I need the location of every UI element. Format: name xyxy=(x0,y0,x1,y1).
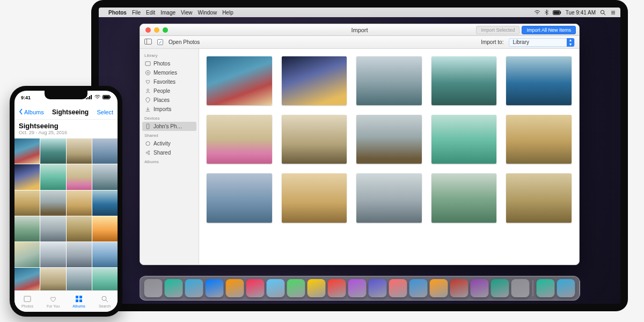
minimize-button[interactable] xyxy=(154,27,159,33)
import-thumbnail[interactable] xyxy=(431,115,497,164)
photo-thumbnail[interactable] xyxy=(14,191,40,216)
wifi-icon[interactable] xyxy=(534,10,540,15)
import-thumbnail[interactable] xyxy=(431,173,497,222)
tab-albums[interactable]: Albums xyxy=(66,291,92,312)
photo-thumbnail[interactable] xyxy=(92,138,118,164)
import-thumbnail[interactable] xyxy=(282,115,347,164)
dock-item[interactable] xyxy=(491,279,509,297)
bluetooth-icon[interactable] xyxy=(545,10,548,15)
photo-thumbnail[interactable] xyxy=(67,268,92,290)
dock-item[interactable] xyxy=(537,279,555,297)
sidebar-item-activity[interactable]: Activity xyxy=(140,139,199,148)
tab-for-you[interactable]: For You xyxy=(40,291,66,312)
sidebar-item-photos[interactable]: Photos xyxy=(140,59,199,68)
dock-item[interactable] xyxy=(409,279,428,297)
photo-thumbnail[interactable] xyxy=(92,242,118,267)
dock-item[interactable] xyxy=(308,279,326,297)
photo-thumbnail[interactable] xyxy=(92,191,118,216)
sidebar-item-favorites[interactable]: Favorites xyxy=(140,77,199,86)
sidebar-item-device[interactable]: John's Ph… xyxy=(142,122,196,131)
menubar-item-window[interactable]: Window xyxy=(198,10,217,16)
dock-item[interactable] xyxy=(206,279,224,297)
notifications-icon[interactable] xyxy=(610,10,616,16)
photo-thumbnail[interactable] xyxy=(67,164,92,189)
photo-thumbnail[interactable] xyxy=(14,242,40,267)
menubar-app-name[interactable]: Photos xyxy=(108,10,127,16)
spotlight-icon[interactable] xyxy=(600,10,606,16)
import-destination-select[interactable]: Library ▲▼ xyxy=(509,38,575,47)
dock-item[interactable] xyxy=(450,279,469,297)
photo-thumbnail[interactable] xyxy=(40,164,65,189)
import-thumbnail[interactable] xyxy=(282,56,347,105)
photo-thumbnail[interactable] xyxy=(14,268,40,290)
sidebar-item-places[interactable]: Places xyxy=(140,96,199,105)
dock-item[interactable] xyxy=(471,279,489,297)
zoom-button[interactable] xyxy=(163,27,168,33)
photo-thumbnail[interactable] xyxy=(40,268,65,290)
tab-photos[interactable]: Photos xyxy=(14,291,40,312)
iphone-photo-grid[interactable] xyxy=(14,138,118,290)
import-thumbnail[interactable] xyxy=(506,173,572,222)
dock-item[interactable] xyxy=(226,279,244,297)
window-titlebar[interactable]: Import Import Selected Import All New It… xyxy=(140,24,579,36)
import-thumbnail[interactable] xyxy=(506,115,572,164)
import-all-button[interactable]: Import All New Items xyxy=(522,26,576,34)
import-thumbnail[interactable] xyxy=(207,115,272,164)
photo-thumbnail[interactable] xyxy=(14,138,40,164)
photo-thumbnail[interactable] xyxy=(92,216,118,241)
photo-thumbnail[interactable] xyxy=(14,164,40,189)
photo-thumbnail[interactable] xyxy=(40,138,65,164)
menubar-item-image[interactable]: Image xyxy=(160,10,175,16)
menubar-item-file[interactable]: File xyxy=(132,10,141,16)
photo-thumbnail[interactable] xyxy=(40,191,65,216)
photo-thumbnail[interactable] xyxy=(67,242,92,267)
dock-item[interactable] xyxy=(287,279,305,297)
battery-icon[interactable] xyxy=(553,10,561,15)
sidebar-toggle-icon[interactable] xyxy=(144,39,152,46)
dock-item[interactable] xyxy=(557,279,575,297)
photo-thumbnail[interactable] xyxy=(92,164,118,189)
photo-thumbnail[interactable] xyxy=(40,242,65,267)
back-button[interactable]: Albums xyxy=(19,108,44,116)
import-thumbnail[interactable] xyxy=(506,56,572,105)
sidebar-item-imports[interactable]: Imports xyxy=(140,105,199,114)
dock-item[interactable] xyxy=(246,279,265,297)
close-button[interactable] xyxy=(145,27,151,33)
dock-item[interactable] xyxy=(144,279,163,297)
open-photos-checkbox[interactable] xyxy=(157,39,163,45)
select-button[interactable]: Select xyxy=(97,109,113,115)
import-thumbnail[interactable] xyxy=(207,56,272,105)
photo-thumbnail[interactable] xyxy=(67,191,92,216)
dock-item[interactable] xyxy=(328,279,346,297)
photo-thumbnail[interactable] xyxy=(67,138,92,164)
import-thumbnail[interactable] xyxy=(431,56,497,105)
dock-item[interactable] xyxy=(430,279,448,297)
import-selected-button[interactable]: Import Selected xyxy=(476,26,519,34)
import-thumbnail[interactable] xyxy=(356,56,422,105)
menubar-clock[interactable]: Tue 9:41 AM xyxy=(566,10,596,16)
sidebar-item-shared[interactable]: Shared xyxy=(140,148,199,157)
menubar-item-edit[interactable]: Edit xyxy=(146,10,155,16)
import-thumbnail[interactable] xyxy=(282,173,347,222)
photo-thumbnail[interactable] xyxy=(14,216,40,241)
import-thumbnail[interactable] xyxy=(356,115,422,164)
dock-item[interactable] xyxy=(369,279,387,297)
photo-thumbnail[interactable] xyxy=(40,216,65,241)
dock-item[interactable] xyxy=(267,279,285,297)
dock-item[interactable] xyxy=(511,279,530,297)
dock-item[interactable] xyxy=(348,279,367,297)
sidebar-item-people[interactable]: People xyxy=(140,86,199,96)
photo-thumbnail[interactable] xyxy=(67,216,92,241)
memories-icon xyxy=(144,70,151,76)
dock-item[interactable] xyxy=(389,279,407,297)
photo-thumbnail[interactable] xyxy=(92,268,118,290)
import-thumbnail[interactable] xyxy=(207,173,272,222)
dock-item[interactable] xyxy=(165,279,183,297)
tab-search[interactable]: Search xyxy=(92,291,118,312)
sidebar-item-memories[interactable]: Memories xyxy=(140,68,199,77)
menubar-item-view[interactable]: View xyxy=(181,10,193,16)
menubar-item-help[interactable]: Help xyxy=(222,10,233,16)
import-thumbnail[interactable] xyxy=(356,173,422,222)
dock-item[interactable] xyxy=(185,279,203,297)
tab-label: Search xyxy=(99,304,111,308)
